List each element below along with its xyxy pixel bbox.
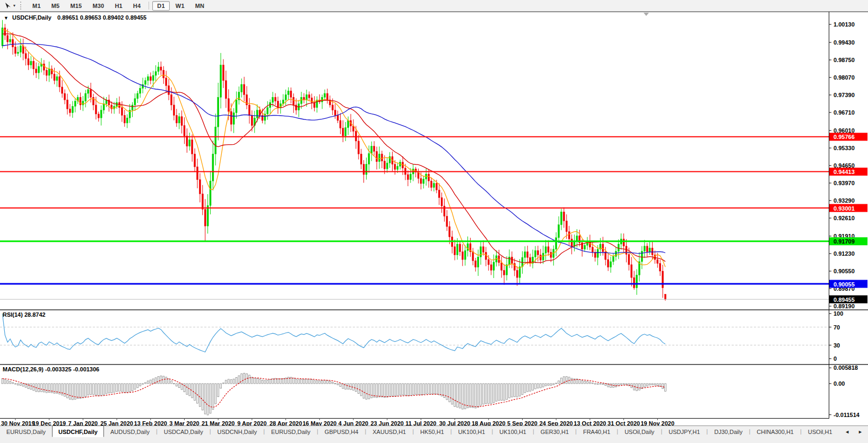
chart-tab-usdjpy-h1[interactable]: USDJPY,H1 [662, 426, 706, 437]
candle-body [46, 70, 47, 75]
candle-body [285, 94, 287, 100]
tab-scroll-left-button[interactable]: ◄ [845, 429, 849, 435]
chart-tab-xauusd-h1[interactable]: XAUUSD,H1 [366, 426, 412, 437]
price-badge-value: 0.94413 [834, 169, 855, 175]
price-axis-label: 0.97390 [834, 92, 855, 98]
date-axis-label: 13 Oct 2020 [574, 420, 606, 425]
date-axis-label: 11 Jul 2020 [405, 420, 436, 425]
timeframe-button-w1[interactable]: W1 [171, 1, 189, 11]
timeframe-button-m30[interactable]: M30 [88, 1, 109, 11]
candle-body [459, 244, 461, 252]
chart-tab-usdchf-daily[interactable]: USDCHF,Daily [52, 425, 104, 437]
chart-tab-usdcad-daily[interactable]: USDCAD,Daily [158, 426, 210, 437]
chart-tab-fra40-h1[interactable]: FRA40,H1 [577, 426, 617, 437]
rsi-axis-label: 0 [834, 355, 837, 362]
timeframe-button-m1[interactable]: M1 [28, 1, 46, 11]
candle-body [126, 118, 128, 123]
rsi-axis-label: 70 [834, 324, 840, 331]
candle-body [548, 247, 549, 253]
timeframe-button-d1[interactable]: D1 [152, 1, 169, 11]
candle-body [17, 52, 19, 53]
chart-tab-uk100-h1[interactable]: UK100,H1 [452, 426, 492, 437]
chart-tab-eurusd-daily[interactable]: EURUSD,Daily [265, 426, 317, 437]
candle-body [665, 294, 666, 300]
candle-body [275, 97, 276, 101]
candle-body [244, 84, 245, 94]
candle-body [480, 247, 482, 257]
chart-title-symbol: USDCHF,Daily [12, 14, 51, 21]
candle-body [36, 69, 37, 73]
candle-body [88, 90, 89, 93]
chart-tab-audusd-daily[interactable]: AUDUSD,Daily [104, 426, 156, 437]
mt4-window: { "toolbar": { "timeframes": ["M1","M5",… [0, 0, 868, 443]
chart-tab-usdcnh-daily[interactable]: USDCNH,Daily [211, 426, 264, 437]
price-axis-label: 0.89190 [834, 303, 855, 309]
tab-scroll-right-button[interactable]: ► [858, 429, 863, 435]
chart-tab-usoil-h1[interactable]: USOil,H1 [802, 426, 839, 437]
candle-body [90, 90, 92, 98]
candle-body [59, 77, 60, 87]
chart-tab-dj30-daily[interactable]: DJ30,Daily [708, 426, 749, 437]
candle-body [80, 97, 81, 105]
tab-scroll-arrows: ◄► [843, 426, 868, 435]
candle-body [189, 140, 190, 146]
candle-body [69, 109, 71, 112]
timeframe-button-m5[interactable]: M5 [47, 1, 65, 11]
candle-body [374, 146, 375, 152]
date-axis-label: 31 Oct 2020 [607, 420, 640, 425]
candle-body [181, 117, 183, 126]
candle-body [124, 115, 125, 123]
timeframe-button-m15[interactable]: M15 [65, 1, 86, 11]
chart-tab-hk50-h1[interactable]: HK50,H1 [414, 426, 450, 437]
chart-tab-usoil-daily[interactable]: USOil,Daily [618, 426, 661, 437]
candle-body [25, 54, 27, 59]
candle-body [132, 105, 133, 110]
rsi-pane-separator[interactable] [0, 309, 868, 310]
candle-body [54, 74, 55, 81]
top-toolbar: ▾ M1M5M15M30H1H4D1W1MN [0, 0, 868, 12]
candle-body [4, 28, 6, 36]
candle-body [524, 252, 526, 258]
timeframe-button-mn[interactable]: MN [190, 1, 210, 11]
macd-axis-label: 0.005818 [834, 364, 858, 371]
price-badge-value: 0.91709 [834, 238, 855, 245]
candle-body [597, 249, 598, 258]
timeframe-button-h1[interactable]: H1 [110, 1, 127, 11]
candle-body [379, 154, 380, 162]
candle-body [20, 46, 21, 52]
candle-body [511, 257, 513, 263]
candle-body [192, 140, 193, 154]
candle-body [288, 91, 289, 94]
candle-body [649, 248, 650, 251]
candle-body [15, 47, 16, 54]
candle-body [186, 136, 188, 146]
chart-tab-china300-h1[interactable]: CHINA300,H1 [750, 426, 800, 437]
candle-body [540, 255, 541, 260]
toolbar-dropdown-caret-icon[interactable]: ▾ [13, 3, 15, 8]
chart-tab-uk100-h1[interactable]: UK100,H1 [493, 426, 533, 437]
date-axis-label: 5 Sep 2020 [507, 420, 537, 425]
candle-body [644, 246, 645, 251]
chart-area[interactable]: 0.0058180.00-0.011514100703001.001300.99… [0, 0, 868, 425]
candle-body [249, 105, 250, 115]
price-badge-value: 0.95766 [834, 134, 855, 140]
candle-body [516, 271, 518, 278]
date-axis-label: 25 Jan 2020 [100, 420, 133, 425]
chart-tab-gbpusd-h4[interactable]: GBPUSD,H4 [318, 426, 365, 437]
candle-body [308, 94, 310, 98]
candle-body [646, 246, 648, 252]
candle-body [504, 271, 505, 275]
chart-tab-eurusd-daily[interactable]: EURUSD,Daily [0, 426, 52, 437]
macd-axis-label: 0.00 [834, 380, 845, 387]
candle-body [568, 232, 570, 239]
candle-body [334, 110, 336, 116]
candle-body [363, 164, 364, 175]
macd-pane-separator[interactable] [0, 364, 868, 365]
candle-body [134, 99, 136, 105]
chart-tool-button[interactable]: ▾ [2, 2, 18, 10]
chart-title-caret-icon[interactable]: ▼ [4, 15, 8, 21]
chart-tab-ger30-h1[interactable]: GER30,H1 [534, 426, 575, 437]
candle-body [241, 84, 242, 92]
timeframe-button-h4[interactable]: H4 [128, 1, 145, 11]
toolbar-grip[interactable] [20, 2, 23, 10]
